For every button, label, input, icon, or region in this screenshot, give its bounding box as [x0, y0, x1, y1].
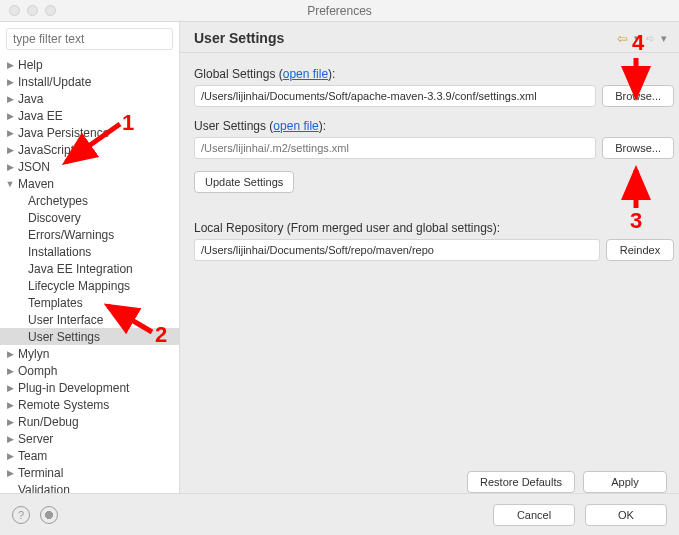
user-settings-input[interactable]	[194, 137, 596, 159]
view-menu-icon[interactable]: ▾	[661, 32, 667, 45]
filter-input[interactable]	[6, 28, 173, 50]
chevron-right-icon[interactable]: ▶	[4, 400, 16, 410]
tree-item-label: Errors/Warnings	[28, 228, 114, 242]
global-browse-button[interactable]: Browse...	[602, 85, 674, 107]
tree-item-label: User Interface	[28, 313, 103, 327]
local-repo-input[interactable]	[194, 239, 600, 261]
tree-item[interactable]: ▶Plug-in Development	[0, 379, 179, 396]
tree-item-label: Server	[18, 432, 53, 446]
chevron-right-icon[interactable]: ▶	[4, 94, 16, 104]
tree-item-label: Java	[18, 92, 43, 106]
tree-item[interactable]: ▶JavaScript	[0, 141, 179, 158]
content-header: User Settings ⇦ ▾ ➪ ▾	[180, 22, 679, 53]
preferences-tree[interactable]: ▶Help▶Install/Update▶Java▶Java EE▶Java P…	[0, 56, 179, 493]
back-icon[interactable]: ⇦	[617, 31, 628, 46]
footer: ? Cancel OK	[0, 493, 679, 535]
user-settings-label: User Settings (open file):	[194, 119, 674, 133]
tree-item-label: Maven	[18, 177, 54, 191]
user-open-file-link[interactable]: open file	[273, 119, 318, 133]
tree-item[interactable]: ▶Remote Systems	[0, 396, 179, 413]
chevron-right-icon[interactable]: ▶	[4, 145, 16, 155]
help-icon[interactable]: ?	[12, 506, 30, 524]
tree-item-label: JSON	[18, 160, 50, 174]
tree-item[interactable]: Discovery	[0, 209, 179, 226]
progress-icon[interactable]	[40, 506, 58, 524]
chevron-right-icon[interactable]: ▶	[4, 434, 16, 444]
chevron-right-icon[interactable]: ▶	[4, 383, 16, 393]
chevron-right-icon[interactable]: ▶	[4, 111, 16, 121]
tree-item[interactable]: User Interface	[0, 311, 179, 328]
titlebar: Preferences	[0, 0, 679, 22]
page-title: User Settings	[194, 30, 284, 46]
tree-item[interactable]: ▶Mylyn	[0, 345, 179, 362]
tree-item[interactable]: Lifecycle Mappings	[0, 277, 179, 294]
tree-item-label: User Settings	[28, 330, 100, 344]
sidebar: ▶Help▶Install/Update▶Java▶Java EE▶Java P…	[0, 22, 180, 493]
tree-item[interactable]: ▶Team	[0, 447, 179, 464]
chevron-right-icon[interactable]: ▶	[4, 417, 16, 427]
tree-item[interactable]: Installations	[0, 243, 179, 260]
tree-item[interactable]: ▶Install/Update	[0, 73, 179, 90]
tree-item-label: Discovery	[28, 211, 81, 225]
back-menu-icon[interactable]: ▾	[634, 32, 640, 45]
chevron-right-icon[interactable]: ▶	[4, 366, 16, 376]
tree-item[interactable]: ▼Maven	[0, 175, 179, 192]
chevron-right-icon[interactable]: ▶	[4, 349, 16, 359]
tree-item-label: Remote Systems	[18, 398, 109, 412]
chevron-right-icon[interactable]: ▶	[4, 60, 16, 70]
chevron-right-icon[interactable]: ▶	[4, 451, 16, 461]
restore-defaults-button[interactable]: Restore Defaults	[467, 471, 575, 493]
tree-item[interactable]: Validation	[0, 481, 179, 493]
global-settings-label: Global Settings (open file):	[194, 67, 674, 81]
apply-button[interactable]: Apply	[583, 471, 667, 493]
tree-item[interactable]: ▶Java EE	[0, 107, 179, 124]
tree-item[interactable]: Java EE Integration	[0, 260, 179, 277]
chevron-right-icon[interactable]: ▶	[4, 162, 16, 172]
update-settings-button[interactable]: Update Settings	[194, 171, 294, 193]
tree-item[interactable]: ▶Java	[0, 90, 179, 107]
tree-item[interactable]: Archetypes	[0, 192, 179, 209]
tree-item-label: Java EE Integration	[28, 262, 133, 276]
chevron-right-icon[interactable]: ▶	[4, 128, 16, 138]
window-title: Preferences	[0, 4, 679, 18]
tree-item-label: Lifecycle Mappings	[28, 279, 130, 293]
tree-item-label: Install/Update	[18, 75, 91, 89]
user-browse-button[interactable]: Browse...	[602, 137, 674, 159]
local-repo-label: Local Repository (From merged user and g…	[194, 221, 674, 235]
cancel-button[interactable]: Cancel	[493, 504, 575, 526]
tree-item-label: Mylyn	[18, 347, 49, 361]
tree-item[interactable]: ▶Oomph	[0, 362, 179, 379]
chevron-down-icon[interactable]: ▼	[4, 179, 16, 189]
tree-item[interactable]: ▶JSON	[0, 158, 179, 175]
tree-item-label: Help	[18, 58, 43, 72]
forward-icon[interactable]: ➪	[646, 32, 655, 45]
tree-item[interactable]: ▶Run/Debug	[0, 413, 179, 430]
content-pane: User Settings ⇦ ▾ ➪ ▾ Global Settings (o…	[180, 22, 679, 493]
tree-item[interactable]: ▶Server	[0, 430, 179, 447]
tree-item[interactable]: ▶Java Persistence	[0, 124, 179, 141]
ok-button[interactable]: OK	[585, 504, 667, 526]
global-open-file-link[interactable]: open file	[283, 67, 328, 81]
tree-item-label: Java EE	[18, 109, 63, 123]
chevron-right-icon[interactable]: ▶	[4, 77, 16, 87]
reindex-button[interactable]: Reindex	[606, 239, 674, 261]
tree-item-label: Templates	[28, 296, 83, 310]
tree-item[interactable]: ▶Help	[0, 56, 179, 73]
tree-item-label: Installations	[28, 245, 91, 259]
tree-item[interactable]: ▶Terminal	[0, 464, 179, 481]
tree-item-label: Java Persistence	[18, 126, 109, 140]
tree-item[interactable]: Errors/Warnings	[0, 226, 179, 243]
tree-item-label: Plug-in Development	[18, 381, 129, 395]
tree-item-label: JavaScript	[18, 143, 74, 157]
tree-item-label: Run/Debug	[18, 415, 79, 429]
tree-item-label: Archetypes	[28, 194, 88, 208]
global-settings-input[interactable]	[194, 85, 596, 107]
tree-item-label: Oomph	[18, 364, 57, 378]
tree-item-label: Validation	[18, 483, 70, 494]
tree-item-label: Team	[18, 449, 47, 463]
tree-item-label: Terminal	[18, 466, 63, 480]
tree-item[interactable]: Templates	[0, 294, 179, 311]
chevron-right-icon[interactable]: ▶	[4, 468, 16, 478]
tree-item[interactable]: User Settings	[0, 328, 179, 345]
